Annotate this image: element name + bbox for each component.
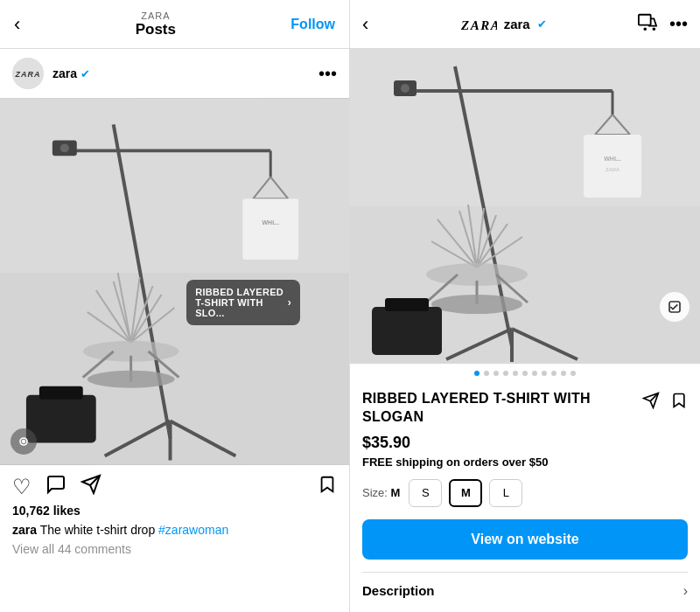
svg-rect-30 — [26, 395, 96, 443]
description-label: Description — [362, 583, 435, 598]
right-header: ‹ ZARA zara ✔ ••• — [350, 0, 700, 49]
verified-icon: ✔ — [80, 67, 90, 80]
dot-6[interactable] — [522, 371, 528, 376]
svg-rect-69 — [372, 307, 442, 355]
product-title-row: RIBBED LAYERED T-SHIRT WITH SLOGAN — [362, 390, 688, 427]
svg-text:WHI...: WHI... — [262, 219, 279, 226]
product-action-icons — [642, 392, 688, 414]
zara-logo-right: ZARA — [460, 15, 497, 34]
follow-button[interactable]: Follow — [290, 17, 335, 32]
size-l-button[interactable]: L — [489, 479, 522, 507]
profile-name-row: zara ✔ — [52, 66, 90, 80]
actions-left: ♡ — [12, 474, 102, 500]
right-brand-name[interactable]: zara — [504, 17, 530, 31]
comment-button[interactable] — [46, 474, 66, 500]
product-tooltip[interactable]: RIBBED LAYERED T-SHIRT WITH SLO... › — [186, 280, 300, 325]
svg-point-29 — [88, 371, 175, 388]
description-section: Description › — [362, 572, 688, 602]
svg-rect-31 — [39, 386, 83, 400]
caption-text: The white t-shirt drop — [40, 523, 158, 537]
shipping-condition: on orders over $50 — [446, 456, 548, 469]
dot-10[interactable] — [561, 371, 566, 376]
view-on-website-button[interactable]: View on website — [362, 519, 688, 560]
product-save-icon[interactable] — [670, 392, 688, 414]
dot-7[interactable] — [532, 371, 537, 376]
posts-title: Posts — [136, 21, 176, 38]
size-selector-row: Size: M S M L — [362, 479, 688, 507]
dot-9[interactable] — [551, 371, 556, 376]
product-price: $35.90 — [362, 434, 688, 452]
shipping-info: FREE shipping on orders over $50 — [362, 456, 688, 469]
svg-point-11 — [60, 143, 69, 152]
svg-text:ZARA: ZARA — [460, 18, 497, 32]
brand-label: ZARA — [141, 10, 170, 21]
profile-info: ZARA zara ✔ — [12, 58, 90, 89]
size-m-button[interactable]: M — [449, 479, 482, 507]
likes-count: 10,762 likes — [0, 504, 349, 521]
instagram-post-panel: ‹ ZARA Posts Follow ZARA zara ✔ ••• — [0, 0, 350, 612]
product-image-save-button[interactable] — [660, 292, 690, 322]
more-options-right-button[interactable]: ••• — [669, 14, 688, 34]
right-brand-group: ZARA zara ✔ — [460, 15, 547, 34]
product-detail-panel: ‹ ZARA zara ✔ ••• — [350, 0, 700, 612]
svg-rect-37 — [639, 15, 651, 25]
dot-4[interactable] — [503, 371, 508, 376]
product-details: RIBBED LAYERED T-SHIRT WITH SLOGAN $35.9… — [350, 381, 700, 611]
back-button[interactable]: ‹ — [14, 13, 20, 36]
dot-8[interactable] — [542, 371, 547, 376]
svg-rect-41 — [350, 49, 700, 206]
svg-text:WHI...: WHI... — [604, 156, 620, 162]
profile-name[interactable]: zara — [52, 66, 77, 80]
caption-username[interactable]: zara — [12, 523, 37, 537]
post-image: WHI... — [0, 98, 349, 465]
dot-5[interactable] — [513, 371, 518, 376]
size-options: S M L — [409, 479, 522, 507]
left-header: ‹ ZARA Posts Follow — [0, 0, 349, 49]
svg-point-68 — [431, 295, 522, 314]
svg-point-39 — [653, 28, 654, 30]
post-actions: ♡ — [0, 465, 349, 504]
bookmark-button[interactable] — [318, 475, 337, 499]
dot-11[interactable] — [570, 371, 576, 376]
svg-point-38 — [644, 28, 646, 30]
description-chevron-icon[interactable]: › — [683, 583, 688, 599]
view-comments-link[interactable]: View all 44 comments — [0, 540, 349, 561]
right-header-icons: ••• — [638, 12, 688, 36]
svg-rect-15 — [242, 198, 298, 260]
caption: zara The white t-shirt drop #zarawoman — [0, 521, 349, 540]
size-s-button[interactable]: S — [409, 479, 442, 507]
tooltip-arrow-icon: › — [288, 296, 291, 309]
dot-1[interactable] — [474, 371, 480, 376]
caption-hashtag[interactable]: #zarawoman — [158, 523, 228, 537]
product-image-container: WHI... ZARA — [350, 49, 700, 364]
svg-text:ZARA: ZARA — [606, 167, 620, 172]
like-button[interactable]: ♡ — [12, 475, 32, 499]
product-image-bg: WHI... ZARA — [350, 49, 700, 364]
profile-row: ZARA zara ✔ ••• — [0, 49, 349, 98]
product-title: RIBBED LAYERED T-SHIRT WITH SLOGAN — [362, 390, 634, 427]
selected-size: M — [391, 486, 401, 499]
svg-rect-53 — [584, 135, 641, 198]
dot-3[interactable] — [494, 371, 499, 376]
svg-point-49 — [401, 84, 410, 93]
more-options-button[interactable]: ••• — [318, 65, 337, 82]
tooltip-text: RIBBED LAYERED T-SHIRT WITH SLO... — [195, 287, 284, 318]
svg-rect-70 — [385, 298, 429, 311]
share-button[interactable] — [80, 474, 102, 500]
right-back-button[interactable]: ‹ — [362, 13, 368, 36]
image-dots-indicator — [350, 364, 700, 381]
product-share-icon[interactable] — [642, 392, 660, 414]
post-image-bg: WHI... — [0, 98, 349, 465]
size-label: Size: M — [362, 486, 400, 499]
dot-2[interactable] — [484, 371, 489, 376]
svg-text:ZARA: ZARA — [15, 70, 41, 79]
save-post-icon[interactable] — [10, 428, 37, 455]
right-verified-icon: ✔ — [537, 17, 547, 31]
avatar[interactable]: ZARA — [12, 58, 44, 89]
header-title-group: ZARA Posts — [136, 10, 176, 38]
free-shipping-label: FREE shipping — [362, 456, 443, 469]
svg-point-33 — [23, 441, 25, 443]
cart-button[interactable] — [638, 12, 657, 36]
